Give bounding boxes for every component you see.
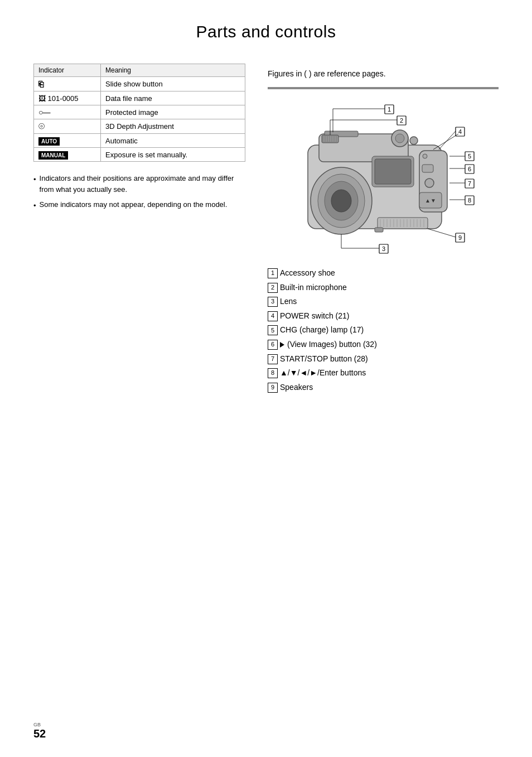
svg-line-67 [428,229,456,237]
auto-badge: AUTO [38,137,60,146]
table-header-meaning: Meaning [101,64,245,77]
page-number: 52 [33,727,46,740]
page-footer: GB 52 [33,722,46,740]
parts-list-item-7: 7 START/STOP button (28) [268,354,499,365]
note-item-2: • Some indicators may not appear, depend… [33,199,245,211]
gb-label: GB [33,722,46,727]
part-number-8: 8 [268,368,278,378]
part-number-1: 1 [268,268,278,278]
part-label-8: ▲/▼/◄/►/Enter buttons [280,368,366,379]
parts-list-item-9: 9 Speakers [268,382,499,393]
svg-text:4: 4 [458,128,462,135]
meaning-cell-auto: Automatic [101,134,245,148]
part-label-7: START/STOP button (28) [280,354,368,365]
camera-diagram: ▲▼ [291,100,475,257]
part-label-9: Speakers [280,382,313,393]
page-container: Parts and controls Indicator Meaning ⎗ [0,0,532,757]
parts-list: 1 Accessory shoe 2 Built-in microphone 3… [268,268,499,393]
two-column-layout: Indicator Meaning ⎗ Slide show button [33,64,499,396]
parts-list-item-4: 4 POWER switch (21) [268,311,499,322]
svg-rect-72 [375,228,383,232]
protected-icon: ○― [38,108,50,117]
table-row: MANUAL Exposure is set manually. [34,148,245,162]
svg-text:6: 6 [468,166,471,172]
note-text-1: Indicators and their positions are appro… [40,173,245,195]
part-number-2: 2 [268,283,278,293]
indicator-table: Indicator Meaning ⎗ Slide show button [33,64,245,162]
meaning-cell-manual: Exposure is set manually. [101,148,245,162]
meaning-cell-datafile: Data file name [101,91,245,105]
svg-line-52 [439,131,456,150]
notes-section: • Indicators and their positions are app… [33,173,245,211]
meaning-cell-protected: Protected image [101,105,245,119]
parts-list-item-1: 1 Accessory shoe [268,268,499,279]
indicator-cell-datafile: 🖼 101-0005 [34,91,101,105]
part-number-9: 9 [268,383,278,393]
part-number-5: 5 [268,325,278,335]
parts-list-item-3: 3 Lens [268,296,499,307]
parts-list-item-6: 6 (View Images) button (32) [268,339,499,350]
right-column: Figures in ( ) are reference pages. [268,64,499,396]
bullet-2: • [33,200,36,211]
svg-rect-25 [378,218,428,229]
meaning-cell-3d: 3D Depth Adjustment [101,119,245,134]
indicator-cell-slideshow: ⎗ [34,77,101,91]
slideshow-icon: ⎗ [38,79,43,89]
page-title: Parts and controls [33,22,499,41]
divider-line [268,87,499,89]
part-label-2: Built-in microphone [280,282,347,293]
part-label-3: Lens [280,296,297,307]
parts-list-item-5: 5 CHG (charge) lamp (17) [268,325,499,336]
part-number-7: 7 [268,354,278,364]
part-label-1: Accessory shoe [280,268,335,279]
svg-rect-8 [322,135,338,143]
note-text-2: Some indicators may not appear, dependin… [40,199,228,211]
table-row: 🖼 101-0005 Data file name [34,91,245,105]
manual-badge: MANUAL [38,151,68,160]
svg-point-22 [425,179,434,187]
svg-rect-21 [422,165,433,172]
datafile-icon: 🖼 101-0005 [38,94,79,103]
left-column: Indicator Meaning ⎗ Slide show button [33,64,245,216]
3d-icon: ⦾ [38,122,45,131]
part-number-6: 6 [268,340,278,350]
svg-text:2: 2 [400,117,403,124]
note-item-1: • Indicators and their positions are app… [33,173,245,195]
table-row: ⦾ 3D Depth Adjustment [34,119,245,134]
part-label-5: CHG (charge) lamp (17) [280,325,364,336]
part-number-3: 3 [268,297,278,307]
svg-point-5 [331,190,351,212]
indicator-cell-3d: ⦾ [34,119,101,134]
play-icon [280,342,284,348]
svg-text:9: 9 [458,234,462,241]
part-number-4: 4 [268,311,278,321]
table-header-indicator: Indicator [34,64,101,77]
svg-text:8: 8 [468,197,471,204]
svg-text:3: 3 [382,245,385,252]
indicator-cell-protected: ○― [34,105,101,119]
part-label-4: POWER switch (21) [280,311,349,322]
indicator-cell-manual: MANUAL [34,148,101,162]
svg-text:7: 7 [468,180,471,187]
svg-rect-71 [375,159,411,184]
svg-point-18 [410,137,418,144]
bullet-1: • [33,174,36,195]
table-row: ○― Protected image [34,105,245,119]
table-row: ⎗ Slide show button [34,77,245,91]
svg-point-20 [423,154,427,158]
svg-text:5: 5 [468,153,471,160]
svg-text:▲▼: ▲▼ [425,197,436,204]
svg-text:1: 1 [388,106,391,113]
camera-svg: ▲▼ [291,100,475,257]
parts-list-item-8: 8 ▲/▼/◄/►/Enter buttons [268,368,499,379]
ref-text: Figures in ( ) are reference pages. [268,69,499,78]
part-label-6: (View Images) button (32) [280,339,377,350]
parts-list-item-2: 2 Built-in microphone [268,282,499,293]
indicator-cell-auto: AUTO [34,134,101,148]
meaning-cell-slideshow: Slide show button [101,77,245,91]
svg-point-17 [395,134,404,143]
table-row: AUTO Automatic [34,134,245,148]
